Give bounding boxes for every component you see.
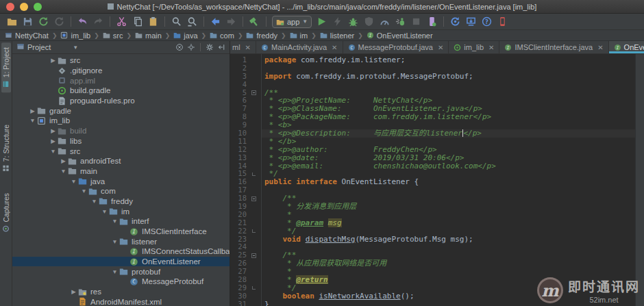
editor-tab-mainactivity-java[interactable]: CMainActivity.java✕: [256, 41, 343, 53]
tree-item-androidtest[interactable]: ▶androidTest: [12, 156, 230, 166]
breadcrumb-item-main[interactable]: main: [135, 31, 162, 40]
tool-window-button-captures[interactable]: Captures: [1, 188, 11, 238]
tree-item-interf[interactable]: ▼interf: [12, 216, 230, 227]
breadcrumb-item-im_lib[interactable]: im_lib: [60, 31, 90, 40]
breadcrumb-item-listener[interactable]: listener: [320, 31, 354, 40]
close-tab-icon[interactable]: ✕: [597, 44, 603, 51]
tree-item-build-gradle[interactable]: build.gradle: [12, 86, 230, 96]
close-tab-icon[interactable]: ✕: [332, 44, 337, 51]
tree-item-im-lib[interactable]: ▼im_lib: [12, 116, 230, 126]
expand-arrow-icon[interactable]: ▶: [59, 157, 68, 164]
close-tab-icon[interactable]: ✕: [245, 44, 251, 51]
breadcrumb-item-oneventlistener[interactable]: IOnEventListener: [367, 31, 433, 40]
device-manager-button[interactable]: [424, 14, 440, 29]
undo-button[interactable]: [75, 14, 90, 29]
help-button[interactable]: ?: [479, 14, 495, 29]
tree-item-src[interactable]: ▼src: [12, 146, 230, 156]
breadcrumb-item-nettychat[interactable]: NettyChat: [5, 31, 49, 40]
tree-item-libs[interactable]: ▶libs: [12, 136, 230, 146]
fold-column[interactable]: [247, 286, 260, 290]
code-editor[interactable]: 1234567891011121314151617181920212223242…: [230, 54, 644, 306]
editor-tab-messageprotobuf-java[interactable]: CMessageProtobuf.java✕: [343, 41, 449, 53]
tree-item-im[interactable]: ▼im: [12, 206, 230, 216]
error-stripe-bar[interactable]: [635, 54, 644, 306]
tree-item-app-iml[interactable]: app.iml: [12, 75, 230, 86]
paste-button[interactable]: [145, 14, 161, 29]
close-tab-icon[interactable]: ✕: [488, 44, 494, 51]
editor-tab-ml[interactable]: ml✕: [230, 41, 256, 53]
collapse-arrow-icon[interactable]: ▼: [49, 148, 58, 155]
expand-arrow-icon[interactable]: ▶: [28, 107, 37, 114]
tree-item-com[interactable]: ▼com: [12, 186, 230, 196]
copy-button[interactable]: [129, 14, 145, 29]
run-button[interactable]: [314, 14, 330, 29]
profiler-button[interactable]: [377, 14, 393, 29]
expand-arrow-icon[interactable]: ▶: [49, 138, 58, 144]
editor-tab-imsclientinterface-java[interactable]: IIMSClientInterface.java✕: [499, 41, 608, 53]
tree-item-oneventlistener[interactable]: IOnEventListener: [12, 257, 230, 267]
tree-item-proguard-rules-pro[interactable]: proguard-rules.pro: [12, 96, 230, 106]
editor-tab-oneventlistener-java[interactable]: IOnEventListener.java✕: [609, 41, 644, 53]
tree-item-androidmanifest-xml[interactable]: AndroidManifest.xml: [12, 297, 230, 306]
close-window-button[interactable]: [6, 3, 14, 11]
back-button[interactable]: [208, 14, 223, 29]
collapse-arrow-icon[interactable]: ▼: [110, 268, 119, 275]
project-view-dropdown[interactable]: ▼: [73, 44, 78, 51]
breadcrumb-item-java[interactable]: java: [173, 31, 197, 40]
sync-button[interactable]: [36, 14, 51, 29]
expand-arrow-icon[interactable]: ▶: [49, 57, 58, 64]
tree-item-protobuf[interactable]: ▼protobuf: [12, 266, 230, 277]
redo-button[interactable]: [90, 14, 106, 29]
editor-tab-im-lib[interactable]: im_lib✕: [449, 41, 499, 53]
make-project-button[interactable]: [247, 14, 262, 29]
fold-start-icon[interactable]: [251, 90, 256, 95]
find-button[interactable]: [169, 14, 184, 29]
gear-button[interactable]: [206, 43, 214, 51]
fold-column[interactable]: [247, 90, 260, 95]
collapse-arrow-icon[interactable]: ▼: [110, 218, 119, 225]
tree-item--gitignore[interactable]: .gitignore: [12, 66, 230, 76]
fold-column[interactable]: [247, 229, 260, 233]
collapse-arrow-icon[interactable]: ▼: [28, 117, 37, 124]
run-configuration-select[interactable]: app▼: [272, 16, 312, 28]
tree-item-build[interactable]: ▶build: [12, 126, 230, 136]
sync-gradle-button[interactable]: [447, 14, 463, 29]
tree-item-messageprotobuf[interactable]: CMessageProtobuf: [12, 277, 230, 287]
tree-item-main[interactable]: ▼main: [12, 166, 230, 177]
refresh-button[interactable]: [51, 14, 67, 29]
tree-item-src[interactable]: ▶src: [12, 55, 230, 66]
tree-item-res[interactable]: ▶res: [12, 287, 230, 297]
tree-item-imsclientinterface[interactable]: IIMSClientInterface: [12, 227, 230, 237]
breadcrumb-item-com[interactable]: com: [210, 31, 234, 40]
collapse-arrow-icon[interactable]: ▼: [110, 238, 119, 245]
fold-end-icon[interactable]: [252, 229, 256, 233]
fold-start-icon[interactable]: [251, 253, 256, 258]
collapse-arrow-icon[interactable]: ▼: [59, 168, 68, 175]
fold-start-icon[interactable]: [251, 196, 256, 201]
fold-end-icon[interactable]: [252, 173, 256, 176]
fold-column[interactable]: [247, 253, 260, 258]
collapse-all-button[interactable]: [175, 43, 184, 51]
fold-column[interactable]: [247, 196, 260, 201]
expand-arrow-icon[interactable]: ▶: [49, 127, 58, 134]
open-folder-button[interactable]: [4, 14, 20, 29]
fold-end-icon[interactable]: [252, 286, 256, 290]
tree-item-listener[interactable]: ▼listener: [12, 236, 230, 246]
save-all-button[interactable]: [20, 14, 36, 29]
fold-column[interactable]: [247, 173, 260, 176]
replace-button[interactable]: [184, 14, 200, 29]
breadcrumb-item-im[interactable]: im: [290, 31, 308, 40]
breadcrumb-item-src[interactable]: src: [103, 31, 123, 40]
zoom-window-button[interactable]: [34, 3, 42, 11]
tree-item-imsconnectstatuscallback[interactable]: IIMSConnectStatusCallback: [12, 246, 230, 257]
forward-button[interactable]: [223, 14, 239, 29]
tool-window-button----structure[interactable]: 7: Structure: [1, 120, 11, 177]
tree-item-java[interactable]: ▼java: [12, 176, 230, 186]
collapse-arrow-icon[interactable]: ▼: [79, 188, 88, 194]
tree-item-gradle[interactable]: ▶gradle: [12, 105, 230, 116]
coverage-button[interactable]: [361, 14, 377, 29]
apply-changes-button[interactable]: [330, 14, 345, 29]
tree-item-freddy[interactable]: ▼freddy: [12, 196, 230, 207]
avd-manager-button[interactable]: [495, 14, 510, 29]
locate-button[interactable]: [187, 43, 195, 51]
